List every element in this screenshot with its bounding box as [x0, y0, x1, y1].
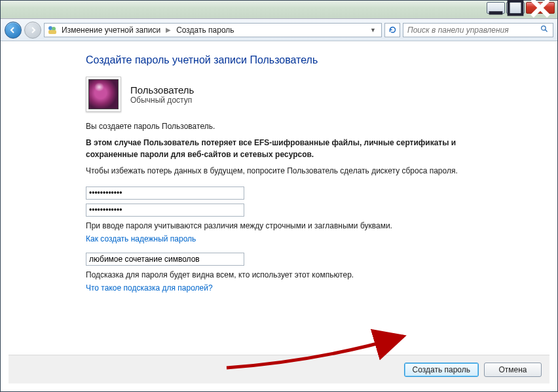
- close-button[interactable]: [526, 2, 555, 14]
- avatar: [86, 77, 121, 112]
- navbar: Изменение учетной записи ▶ Создать парол…: [1, 19, 557, 41]
- user-info: Пользователь Обычный доступ: [86, 77, 557, 112]
- search-box[interactable]: [403, 23, 553, 37]
- user-accounts-icon: [47, 25, 58, 35]
- caps-note: При вводе пароля учитываются различия ме…: [86, 221, 485, 232]
- password-hint-field[interactable]: [86, 253, 244, 266]
- confirm-password-field[interactable]: [86, 204, 244, 217]
- new-password-field[interactable]: [86, 187, 244, 200]
- chevron-right-icon: ▶: [164, 26, 172, 33]
- svg-point-5: [542, 26, 546, 30]
- refresh-button[interactable]: [384, 23, 400, 37]
- forward-button[interactable]: [24, 22, 41, 39]
- search-input[interactable]: [407, 26, 540, 35]
- svg-rect-4: [48, 30, 56, 34]
- avatar-image: [88, 79, 119, 109]
- footer-bar: Создать пароль Отмена: [9, 355, 549, 383]
- window: Изменение учетной записи ▶ Создать парол…: [0, 0, 558, 392]
- svg-rect-1: [509, 1, 523, 15]
- user-name: Пользователь: [130, 84, 194, 96]
- strong-password-link[interactable]: Как создать надежный пароль: [86, 234, 196, 243]
- search-icon: [540, 25, 549, 35]
- svg-rect-0: [489, 11, 503, 14]
- hint-note: Подсказка для пароля будет видна всем, к…: [86, 270, 485, 281]
- breadcrumb-item-1[interactable]: Изменение учетной записи: [62, 26, 160, 35]
- info-line-2: В этом случае Пользователь потеряет все …: [86, 137, 485, 160]
- info-line-1: Вы создаете пароль Пользователь.: [86, 121, 485, 132]
- back-button[interactable]: [5, 22, 22, 39]
- create-password-button[interactable]: Создать пароль: [404, 363, 479, 377]
- address-bar[interactable]: Изменение учетной записи ▶ Создать парол…: [44, 23, 382, 37]
- info-line-3: Чтобы избежать потерь данных в будущем, …: [86, 166, 485, 177]
- titlebar: [1, 1, 557, 19]
- minimize-button[interactable]: [487, 2, 505, 14]
- breadcrumb-item-2[interactable]: Создать пароль: [176, 26, 234, 35]
- svg-point-2: [48, 26, 52, 30]
- user-type: Обычный доступ: [130, 96, 194, 105]
- hint-help-link[interactable]: Что такое подсказка для паролей?: [86, 283, 213, 293]
- page-title: Создайте пароль учетной записи Пользоват…: [86, 54, 557, 66]
- address-dropdown-icon[interactable]: ▼: [367, 27, 379, 33]
- content-area: Создайте пароль учетной записи Пользоват…: [1, 41, 557, 391]
- maximize-button[interactable]: [506, 2, 525, 14]
- cancel-button[interactable]: Отмена: [484, 363, 542, 377]
